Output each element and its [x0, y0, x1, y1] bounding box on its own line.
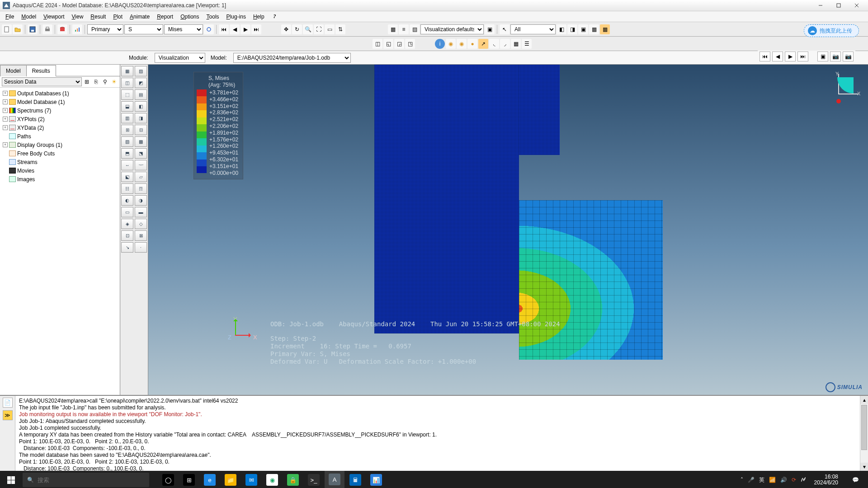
taskbar-app-1[interactable]: ⊞ — [179, 471, 199, 488]
sel4-icon[interactable]: ▦ — [589, 24, 599, 34]
save-icon[interactable] — [28, 24, 38, 34]
sel2-icon[interactable]: ◨ — [567, 24, 577, 34]
toolbox-btn-12[interactable]: ▧ — [121, 136, 133, 147]
menu-plot[interactable]: Plot — [109, 12, 126, 21]
cycle-icon[interactable]: ⇅ — [335, 24, 345, 34]
invariant-select[interactable]: Mises — [164, 24, 203, 34]
frame-prev-icon[interactable]: ◀ — [230, 24, 240, 34]
menu-result[interactable]: Result — [87, 12, 109, 21]
iso2-icon[interactable]: ◱ — [383, 39, 393, 49]
print-icon[interactable] — [42, 24, 52, 34]
console-body[interactable]: E:\ABAQUS2024\temp\area>call "E:\oneapi\… — [15, 396, 860, 471]
circle3-icon[interactable]: ● — [467, 39, 477, 49]
frame-next-icon[interactable]: ▶ — [241, 24, 250, 34]
toolbox-btn-30[interactable]: ↘ — [121, 242, 133, 253]
info-icon[interactable]: i — [435, 39, 445, 49]
circle2-icon[interactable]: ◉ — [457, 39, 467, 49]
notifications-button[interactable]: 💬 — [846, 477, 864, 483]
start-button[interactable] — [0, 471, 22, 488]
tree-xydata[interactable]: +XYData (2) — [2, 123, 118, 132]
taskbar-app-9[interactable]: 🖩 — [345, 471, 365, 488]
grid-icon[interactable]: ▦ — [388, 24, 398, 34]
toolbox-btn-20[interactable]: ☷ — [121, 183, 133, 194]
database-icon[interactable] — [57, 24, 67, 34]
iso1-icon[interactable]: ◫ — [373, 39, 382, 49]
arc2-icon[interactable]: ◞ — [500, 39, 510, 49]
toolbox-btn-7[interactable]: ◧ — [135, 101, 147, 112]
view-cube[interactable]: YX — [826, 74, 857, 105]
help-pointer-icon[interactable]: ? — [271, 12, 279, 21]
rotate-icon[interactable]: ↻ — [292, 24, 302, 34]
anim-prev-icon[interactable]: ◀ — [772, 52, 783, 61]
tray-sync-icon[interactable]: ⟳ — [792, 477, 796, 483]
toolbox-btn-13[interactable]: ▩ — [135, 136, 147, 147]
box-zoom-icon[interactable]: ▭ — [325, 24, 335, 34]
output-variable-select[interactable]: S — [124, 24, 163, 34]
toolbox-btn-24[interactable]: ▭ — [121, 207, 133, 217]
variable-type-select[interactable]: Primary — [87, 24, 123, 34]
toolbox-btn-14[interactable]: ⬒ — [121, 148, 133, 159]
minimize-button[interactable] — [812, 0, 829, 10]
tree-spectrums[interactable]: +Spectrums (7) — [2, 106, 118, 115]
toolbox-btn-27[interactable]: ◇ — [135, 219, 147, 229]
search-input[interactable] — [38, 477, 145, 483]
menu-report[interactable]: Report — [153, 12, 177, 21]
menu-view[interactable]: View — [68, 12, 87, 21]
tree-images[interactable]: Images — [2, 175, 118, 183]
taskbar-app-2[interactable]: e — [200, 471, 220, 488]
toolbox-btn-15[interactable]: ⬔ — [135, 148, 147, 159]
cursor-icon[interactable]: ↖ — [500, 24, 509, 34]
scroll-up-icon[interactable]: ▴ — [860, 396, 868, 404]
tree-movies[interactable]: Movies — [2, 166, 118, 175]
session-select[interactable]: Session Data — [2, 77, 82, 86]
tree-expand-icon[interactable]: ⊞ — [83, 78, 91, 86]
cube-icon[interactable]: ▣ — [485, 24, 495, 34]
anim-first-icon[interactable]: ⏮ — [760, 52, 770, 61]
module-select[interactable]: Visualization — [155, 53, 205, 63]
pointer-icon[interactable]: ↗ — [478, 39, 488, 49]
snapshot1-icon[interactable]: ▣ — [817, 52, 828, 61]
taskbar-app-10[interactable]: 📊 — [366, 471, 386, 488]
menu-viewport[interactable]: Viewport — [40, 12, 68, 21]
viewport[interactable]: S, Mises(Avg: 75%) +3.781e+02+3.466e+02+… — [148, 65, 868, 395]
tree-freebodycuts[interactable]: Free Body Cuts — [2, 149, 118, 158]
taskbar-search[interactable]: 🔍 — [23, 473, 149, 487]
menu-file[interactable]: File — [2, 12, 18, 21]
toolbox-btn-18[interactable]: ⬕ — [121, 172, 133, 182]
sel5-icon[interactable]: ▦ — [600, 24, 610, 34]
toolbox-btn-22[interactable]: ◐ — [121, 195, 133, 206]
console-log-icon[interactable]: 📄 — [3, 398, 13, 408]
chart-icon[interactable] — [72, 24, 82, 34]
taskbar-app-3[interactable]: 📁 — [221, 471, 241, 488]
taskbar-app-7[interactable]: >_ — [304, 471, 324, 488]
selection-filter-select[interactable]: All — [510, 24, 556, 34]
menu-options[interactable]: Options — [177, 12, 203, 21]
arc1-icon[interactable]: ◟ — [489, 39, 499, 49]
toolbox-btn-21[interactable]: ☶ — [135, 183, 147, 194]
tree-model-database[interactable]: +Model Database (1) — [2, 98, 118, 106]
tree-xyplots[interactable]: +XYPlots (2) — [2, 115, 118, 123]
tray-ime-icon[interactable]: 英 — [759, 476, 764, 484]
tray-mic-icon[interactable]: 🎤 — [748, 477, 755, 483]
toolbox-btn-16[interactable]: ↔ — [121, 160, 133, 170]
taskbar-app-6[interactable]: 🔒 — [283, 471, 303, 488]
pan-icon[interactable]: ✥ — [281, 24, 291, 34]
taskbar-app-4[interactable]: ✉ — [241, 471, 261, 488]
toolbox-btn-10[interactable]: ⊞ — [121, 125, 133, 135]
toolbox-btn-17[interactable]: 〰 — [135, 160, 147, 170]
toolbox-btn-28[interactable]: ⊡ — [121, 230, 133, 241]
new-icon[interactable] — [2, 24, 12, 34]
anim-last-icon[interactable]: ⏭ — [797, 52, 808, 61]
taskbar-app-5[interactable]: ◉ — [262, 471, 282, 488]
snapshot2-icon[interactable]: 📷 — [830, 52, 841, 61]
align-icon[interactable]: ≡ — [399, 24, 409, 34]
sync-icon[interactable] — [204, 24, 214, 34]
close-button[interactable] — [848, 0, 865, 10]
tab-model[interactable]: Model — [0, 65, 27, 76]
tray-chevron-icon[interactable]: ˄ — [741, 477, 743, 483]
iso4-icon[interactable]: ◳ — [405, 39, 415, 49]
tree-filter-icon[interactable]: ⚲ — [101, 78, 109, 86]
tray-wifi-icon[interactable]: 📶 — [769, 477, 776, 483]
maximize-button[interactable] — [830, 0, 847, 10]
menu-tools[interactable]: Tools — [203, 12, 223, 21]
